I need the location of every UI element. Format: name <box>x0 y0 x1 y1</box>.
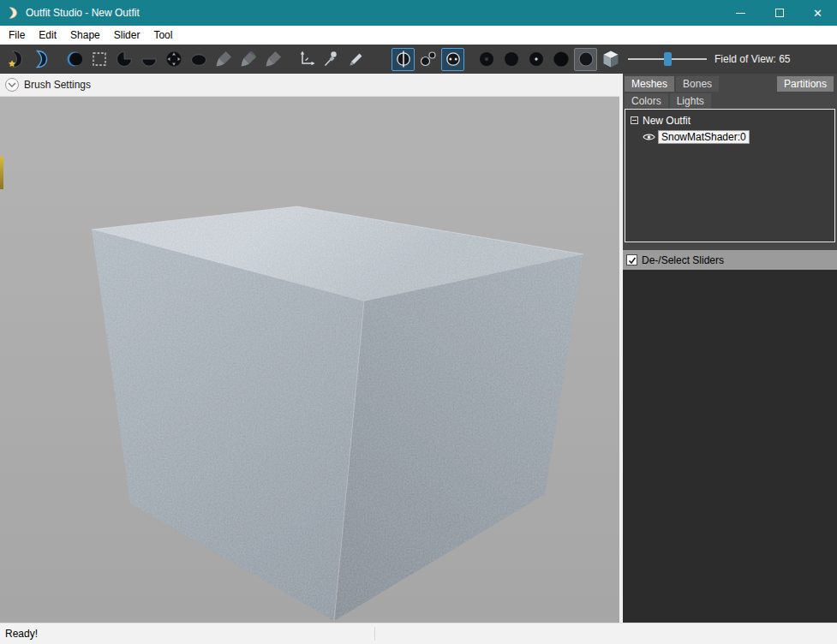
load-project-icon <box>32 50 51 69</box>
deflate-brush-button[interactable] <box>137 48 160 71</box>
brush-size-2-icon <box>502 50 521 69</box>
mask-brush-icon <box>90 50 109 69</box>
viewport-3d[interactable] <box>0 97 619 623</box>
alpha-brush-icon <box>264 50 283 69</box>
deflate-brush-icon <box>140 50 158 69</box>
statusbar-separator <box>374 627 375 641</box>
sliders-panel <box>623 270 837 623</box>
select-sphere-icon <box>65 50 84 69</box>
sliders-header[interactable]: De-/Select Sliders <box>623 250 837 270</box>
toolbar-separator <box>285 48 294 71</box>
collapse-icon[interactable] <box>631 116 638 124</box>
brush-settings-header[interactable]: Brush Settings <box>0 74 619 97</box>
color-brush-button[interactable] <box>236 48 260 71</box>
color-brush-icon <box>239 50 258 69</box>
maximize-icon <box>775 9 784 17</box>
brush-size-1-icon <box>477 50 496 69</box>
menu-slider[interactable]: Slider <box>107 27 147 44</box>
toolbar-separator <box>53 48 62 71</box>
x-mirror-toggle-button[interactable] <box>392 48 415 71</box>
menubar: File Edit Shape Slider Tool <box>0 26 837 45</box>
x-mirror-icon <box>394 50 413 69</box>
inflate-brush-button[interactable] <box>112 48 135 71</box>
weight-brush-icon <box>214 50 233 69</box>
brush-settings-label: Brush Settings <box>24 79 91 91</box>
sliders-header-label: De-/Select Sliders <box>642 254 724 266</box>
connected-only-toggle-button[interactable] <box>416 48 439 71</box>
tab-lights[interactable]: Lights <box>670 93 711 109</box>
brush-collision-toggle-button[interactable] <box>441 48 464 71</box>
inflate-brush-icon <box>115 50 134 69</box>
tree-root-row[interactable]: New Outfit <box>625 112 834 128</box>
meshes-tree: New Outfit SnowMatShader:0 <box>625 109 835 242</box>
transform-tool-button[interactable] <box>295 48 318 71</box>
field-of-view-label: Field of View: 65 <box>714 53 791 65</box>
field-of-view-control: Field of View: 65 <box>628 51 791 67</box>
outfit-studio-window: Outfit Studio - New Outfit ✕ File Edit S… <box>0 0 837 644</box>
toolbar-tools <box>3 48 623 71</box>
brush-size-5-icon <box>577 50 595 69</box>
toolbar-separator <box>368 48 391 71</box>
deselect-sliders-checkbox[interactable] <box>626 254 637 265</box>
menu-tool[interactable]: Tool <box>146 27 179 44</box>
brush-size-1-button[interactable] <box>475 48 498 71</box>
segment-mode-button[interactable] <box>599 48 622 71</box>
brush-size-4-button[interactable] <box>549 48 572 71</box>
outfit-studio-logo-icon <box>6 6 20 20</box>
move-brush-button[interactable] <box>162 48 185 71</box>
outfit-root-label: New Outfit <box>643 115 691 127</box>
toolbar-separator <box>465 48 474 71</box>
save-project-button[interactable] <box>4 48 27 71</box>
select-sphere-button[interactable] <box>63 48 86 71</box>
menu-edit[interactable]: Edit <box>32 27 63 44</box>
dock-tab-sliver[interactable] <box>0 157 3 189</box>
vertex-edit-tool-icon <box>347 50 366 69</box>
right-panel-tabs: Meshes Bones Partitions Colors Lights <box>623 74 837 109</box>
connected-only-icon <box>419 50 438 69</box>
tab-colors[interactable]: Colors <box>625 93 668 109</box>
left-column: Brush Settings <box>0 74 619 623</box>
slider-thumb[interactable] <box>664 52 672 66</box>
segment-mode-icon <box>601 50 620 69</box>
titlebar: Outfit Studio - New Outfit ✕ <box>0 0 837 26</box>
pivot-tool-icon <box>322 50 341 69</box>
app-icon <box>0 6 26 20</box>
tab-row-2: Colors Lights <box>625 93 835 109</box>
save-project-icon <box>7 50 26 69</box>
window-controls: ✕ <box>721 0 837 26</box>
minimize-button[interactable] <box>721 0 760 26</box>
checkmark-icon <box>628 256 637 265</box>
close-button[interactable]: ✕ <box>798 0 837 26</box>
brush-size-5-button[interactable] <box>574 48 597 71</box>
transform-tool-icon <box>297 50 316 69</box>
brush-collision-icon <box>444 50 463 69</box>
maximize-button[interactable] <box>760 0 798 26</box>
mask-brush-button[interactable] <box>87 48 111 71</box>
brush-size-2-button[interactable] <box>499 48 523 71</box>
move-brush-icon <box>164 50 183 69</box>
statusbar: Ready! <box>0 623 837 644</box>
smooth-brush-button[interactable] <box>187 48 210 71</box>
brush-size-3-button[interactable] <box>524 48 547 71</box>
right-panel: Meshes Bones Partitions Colors Lights Ne… <box>623 74 837 623</box>
tab-meshes[interactable]: Meshes <box>625 76 674 92</box>
field-of-view-slider[interactable] <box>628 51 707 67</box>
window-title: Outfit Studio - New Outfit <box>26 7 140 19</box>
tree-item-row[interactable]: SnowMatShader:0 <box>625 128 834 145</box>
brush-size-3-icon <box>527 50 546 69</box>
shape-label[interactable]: SnowMatShader:0 <box>658 130 750 144</box>
mesh-cube <box>0 97 619 623</box>
right-panel-gap <box>623 242 837 250</box>
weight-brush-button[interactable] <box>212 48 235 71</box>
tab-partitions[interactable]: Partitions <box>777 76 834 92</box>
chevron-down-icon[interactable] <box>5 78 19 92</box>
tab-bones[interactable]: Bones <box>676 76 719 92</box>
menu-shape[interactable]: Shape <box>63 27 107 44</box>
load-project-button[interactable] <box>29 48 52 71</box>
alpha-brush-button[interactable] <box>261 48 284 71</box>
visibility-eye-icon[interactable] <box>643 132 655 142</box>
vertex-edit-tool-button[interactable] <box>344 48 368 71</box>
pivot-tool-button[interactable] <box>320 48 343 71</box>
toolbar: Field of View: 65 <box>0 45 837 74</box>
menu-file[interactable]: File <box>2 27 32 44</box>
